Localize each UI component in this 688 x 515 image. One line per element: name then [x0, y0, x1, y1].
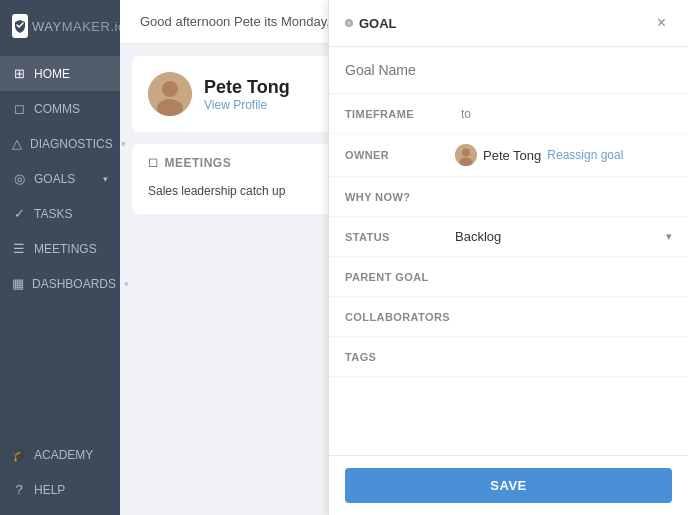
owner-value: Pete Tong Reassign goal	[455, 144, 672, 166]
chevron-down-icon: ▾	[666, 230, 672, 243]
goal-panel-header: GOAL ×	[329, 0, 688, 47]
collaborators-field: COLLABORATORS	[329, 297, 688, 337]
why-now-field: WHY NOW?	[329, 177, 688, 217]
why-now-label: WHY NOW?	[345, 191, 455, 203]
tags-field: TAGS	[329, 337, 688, 377]
timeframe-value[interactable]: to	[455, 107, 672, 121]
svg-point-4	[462, 149, 470, 157]
status-text: Backlog	[455, 229, 501, 244]
goal-panel-footer: SAVE	[329, 455, 688, 515]
goal-name-field[interactable]	[329, 47, 688, 94]
timeframe-to: to	[461, 107, 471, 121]
goal-panel-overlay: GOAL × TIMEFRAME to OWNER	[0, 0, 688, 515]
goal-panel: GOAL × TIMEFRAME to OWNER	[328, 0, 688, 515]
timeframe-field: TIMEFRAME to	[329, 94, 688, 134]
goal-name-input[interactable]	[345, 62, 672, 78]
goal-panel-title: GOAL	[345, 16, 397, 31]
owner-label: OWNER	[345, 149, 455, 161]
owner-field: OWNER Pete Tong Reassign goal	[329, 134, 688, 177]
goal-fields: TIMEFRAME to OWNER Pete Tong	[329, 94, 688, 455]
status-label: STATUS	[345, 231, 455, 243]
owner-avatar	[455, 144, 477, 166]
save-button[interactable]: SAVE	[345, 468, 672, 503]
timeframe-label: TIMEFRAME	[345, 108, 455, 120]
parent-goal-field: PARENT GOAL	[329, 257, 688, 297]
tags-label: TAGS	[345, 351, 455, 363]
close-button[interactable]: ×	[651, 12, 672, 34]
status-value[interactable]: Backlog ▾	[455, 229, 672, 244]
owner-name: Pete Tong	[483, 148, 541, 163]
goal-dot-icon	[345, 19, 353, 27]
reassign-link[interactable]: Reassign goal	[547, 148, 623, 162]
collaborators-label: COLLABORATORS	[345, 311, 455, 323]
parent-goal-label: PARENT GOAL	[345, 271, 455, 283]
status-field: STATUS Backlog ▾	[329, 217, 688, 257]
goal-title-text: GOAL	[359, 16, 397, 31]
